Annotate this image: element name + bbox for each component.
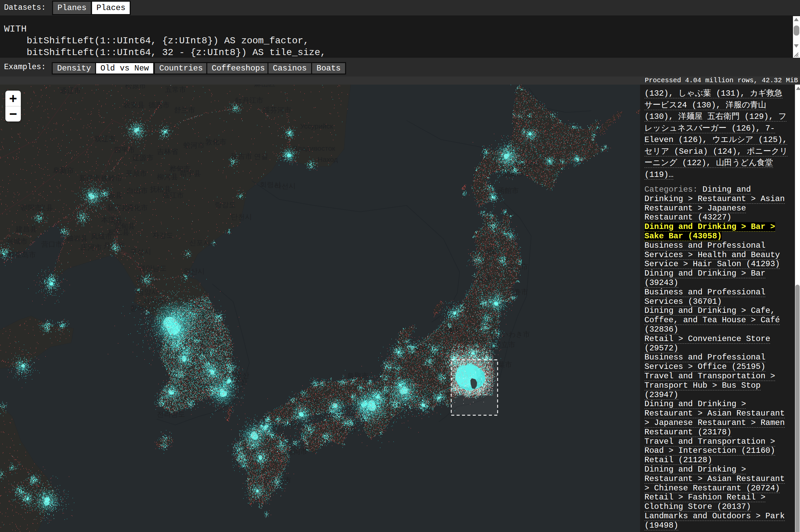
svg-text:建昌县: 建昌县 [16,225,37,233]
svg-text:라선시: 라선시 [274,182,296,190]
svg-text:평안남도: 평안남도 [139,264,167,272]
svg-text:延岡市: 延岡市 [286,448,307,455]
svg-text:农安县: 农安县 [123,101,144,109]
svg-text:蛟河市: 蛟河市 [183,141,205,149]
svg-text:단천시: 단천시 [231,213,252,221]
svg-text:辽源市: 辽源市 [132,154,153,162]
svg-text:麻山区: 麻山区 [254,84,275,88]
svg-text:원산시: 원산시 [183,267,205,275]
svg-text:柳河县: 柳河县 [157,173,178,180]
svg-text:庄河市: 庄河市 [80,243,102,251]
svg-text:宽甸县: 宽甸县 [114,222,135,230]
svg-text:临江市: 临江市 [163,191,184,199]
svg-text:牡丹江市: 牡丹江市 [235,96,263,104]
svg-text:铁岭市: 铁岭市 [101,174,122,182]
svg-text:德惠市: 德惠市 [148,101,170,109]
svg-text:いわき市: いわき市 [501,330,530,338]
svg-text:日立市: 日立市 [494,341,515,348]
svg-text:延吉市 연길: 延吉市 연길 [231,152,268,160]
svg-text:岫岩县: 岫岩县 [67,234,88,242]
svg-text:Владивосток: Владивосток [293,144,335,152]
svg-text:白山市: 白山市 [127,187,148,194]
svg-text:阜新市: 阜新市 [53,167,74,174]
svg-text:秦皇岛市: 秦皇岛市 [8,251,36,259]
svg-text:凤城市: 凤城市 [91,233,112,240]
svg-text:通辽市: 通辽市 [60,87,81,94]
svg-text:구성시: 구성시 [130,248,151,255]
svg-text:营口市: 营口市 [41,240,62,248]
svg-text:四平市: 四平市 [114,146,135,154]
svg-text:舒兰市: 舒兰市 [174,106,195,114]
svg-text:량강도: 량강도 [215,201,236,208]
svg-text:Наход: Наход [317,155,338,163]
svg-text:Уссурийск: Уссурийск [300,122,333,130]
svg-text:五常市: 五常市 [165,86,186,93]
svg-text:평양시: 평양시 [137,288,158,296]
svg-text:松原市: 松原市 [125,84,146,89]
svg-text:函館市: 函館市 [497,187,519,194]
svg-text:兴城市: 兴城市 [6,237,28,245]
svg-text:신포시: 신포시 [189,239,210,246]
svg-text:吉林省: 吉林省 [157,148,178,155]
svg-text:新宾县: 新宾县 [107,204,128,211]
svg-text:敦化市: 敦化市 [205,138,226,146]
svg-text:绥芬河市: 绥芬河市 [263,106,291,114]
svg-text:朝阳市: 朝阳市 [20,204,42,211]
svg-text:자강도: 자강도 [152,231,174,239]
svg-text:双辽市: 双辽市 [94,135,115,142]
svg-text:靖宇县: 靖宇县 [180,170,201,177]
svg-text:新民市: 新民市 [79,174,101,182]
